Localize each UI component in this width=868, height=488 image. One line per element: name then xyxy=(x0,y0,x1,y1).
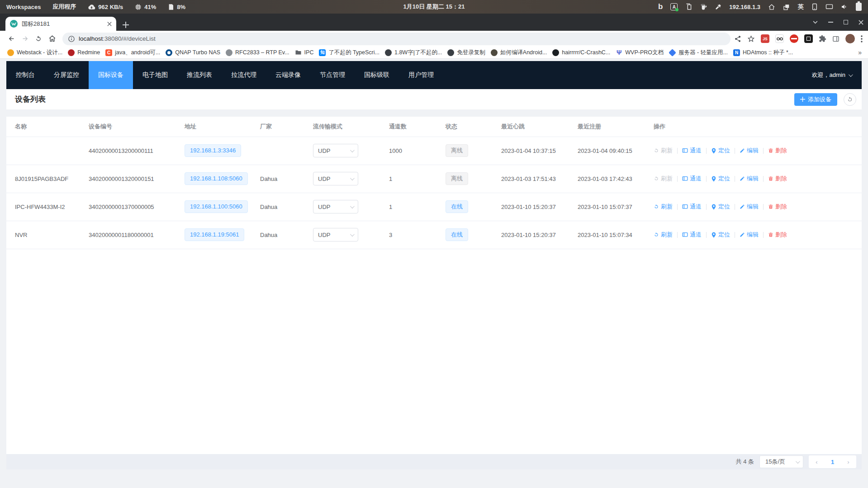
stream-mode-select[interactable]: UDP xyxy=(313,228,358,242)
device-table: 名称 设备编号 地址 厂家 流传输模式 通道数 状态 最近心跳 最近注册 操作 … xyxy=(6,117,862,249)
profile-avatar[interactable] xyxy=(845,34,855,43)
home-button[interactable] xyxy=(45,33,59,45)
bookmark-item[interactable]: RFC2833 – RTP Ev... xyxy=(223,49,292,56)
nav-item-gb-devices[interactable]: 国标设备 xyxy=(89,61,133,89)
nav-item-split-monitor[interactable]: 分屏监控 xyxy=(44,61,89,89)
bookmark-item[interactable]: IPC xyxy=(292,49,317,56)
bookmark-item[interactable]: 免登录复制 xyxy=(445,49,488,57)
col-registered: 最近注册 xyxy=(572,117,648,137)
refresh-action[interactable]: 刷新 xyxy=(654,203,673,211)
browser-menu-icon[interactable] xyxy=(861,35,863,43)
applications-button[interactable]: 应用程序 xyxy=(52,3,76,11)
add-device-button[interactable]: 添加设备 xyxy=(794,93,837,106)
bookmark-item[interactable]: Webstack - 设计... xyxy=(5,49,65,57)
user-menu[interactable]: 欢迎，admin xyxy=(812,71,862,79)
clock[interactable]: 1月10日 星期二 15：21 xyxy=(403,3,465,11)
edit-action[interactable]: 编辑 xyxy=(740,147,759,155)
bookmark-item[interactable]: 如何编译Android... xyxy=(488,49,550,57)
refresh-action[interactable]: 刷新 xyxy=(654,231,673,239)
cell-name xyxy=(6,137,83,165)
delete-action[interactable]: 删除 xyxy=(768,231,787,239)
forward-button[interactable] xyxy=(18,33,32,45)
adblock-extension-icon[interactable] xyxy=(790,34,798,43)
new-tab-button[interactable] xyxy=(123,22,129,28)
window-switcher-tray-icon[interactable] xyxy=(783,4,790,10)
edit-action[interactable]: 编辑 xyxy=(740,175,759,183)
window-minimize-button[interactable] xyxy=(828,22,833,23)
ip-address-indicator[interactable]: 192.168.1.3 xyxy=(729,4,760,10)
delete-action[interactable]: 删除 xyxy=(768,175,787,183)
edit-action[interactable]: 编辑 xyxy=(740,203,759,211)
window-restore-button[interactable] xyxy=(844,20,848,24)
nav-item-e-map[interactable]: 电子地图 xyxy=(133,61,177,89)
cell-heartbeat: 2023-01-10 15:20:37 xyxy=(495,193,572,221)
delete-action[interactable]: 删除 xyxy=(768,203,787,211)
channels-action[interactable]: 通道 xyxy=(682,231,702,239)
volume-tray-icon[interactable] xyxy=(841,4,848,10)
prev-page-button[interactable]: ‹ xyxy=(809,459,825,465)
channels-action[interactable]: 通道 xyxy=(682,175,702,183)
screen-rotate-tray-icon[interactable] xyxy=(811,3,818,10)
back-button[interactable] xyxy=(5,33,18,45)
color-picker-tray-icon[interactable] xyxy=(715,4,721,10)
current-page-button[interactable]: 1 xyxy=(825,459,840,465)
bookmark-item[interactable]: NHDAtmos :: 种子 *... xyxy=(730,49,796,57)
edit-action[interactable]: 编辑 xyxy=(740,231,759,239)
translate-tray-icon[interactable]: A xyxy=(670,3,678,10)
extensions-puzzle-icon[interactable] xyxy=(819,35,826,43)
glasses-extension-icon[interactable] xyxy=(775,34,784,43)
chevron-down-icon xyxy=(350,176,355,180)
cup-tray-icon[interactable] xyxy=(700,4,707,10)
tab-close-icon[interactable] xyxy=(107,22,112,26)
nav-item-pull-proxy[interactable]: 拉流代理 xyxy=(222,61,266,89)
bookmarks-overflow-button[interactable]: » xyxy=(856,49,863,56)
display-tray-icon[interactable] xyxy=(825,4,833,10)
stream-mode-select[interactable]: UDP xyxy=(313,200,358,213)
bookmark-item[interactable]: Cjava、android可... xyxy=(103,49,163,57)
bing-tray-icon[interactable]: b xyxy=(658,2,663,11)
locate-action[interactable]: 定位 xyxy=(711,231,730,239)
bookmark-item[interactable]: QNAP Turbo NAS xyxy=(163,49,223,56)
bookmark-star-icon[interactable] xyxy=(747,35,755,43)
js-extension-icon[interactable]: JS xyxy=(761,34,769,43)
delete-action[interactable]: 删除 xyxy=(768,147,787,155)
bookmark-item[interactable]: hairrrrr/C-CrashC... xyxy=(550,49,613,56)
channels-action[interactable]: 通道 xyxy=(682,147,702,155)
locate-action[interactable]: 定位 xyxy=(711,175,730,183)
window-close-button[interactable] xyxy=(859,20,863,25)
bookmark-item[interactable]: 1.8W字|了不起的... xyxy=(382,49,445,57)
address-bar[interactable]: localhost:38080/#/deviceList xyxy=(62,33,730,45)
input-method-indicator[interactable]: 英 xyxy=(798,3,804,11)
bookmark-item[interactable]: 知了不起的 TypeScri... xyxy=(316,49,382,57)
site-info-icon[interactable] xyxy=(68,36,75,42)
bookmark-item[interactable]: ΨWVP-PRO文档 xyxy=(613,49,666,57)
reload-button[interactable] xyxy=(32,33,45,45)
tab-search-chevron-icon[interactable] xyxy=(813,21,818,24)
nav-item-gb-cascade[interactable]: 国标级联 xyxy=(355,61,399,89)
nav-item-console[interactable]: 控制台 xyxy=(6,61,44,89)
stream-mode-select[interactable]: UDP xyxy=(313,144,358,157)
share-icon[interactable] xyxy=(734,35,741,43)
battery-indicator[interactable] xyxy=(856,3,862,11)
nav-item-node-manage[interactable]: 节点管理 xyxy=(310,61,355,89)
browser-tab[interactable]: 国标28181 xyxy=(5,17,116,31)
home-tray-icon[interactable] xyxy=(768,4,775,10)
nav-item-push-streams[interactable]: 推流列表 xyxy=(177,61,222,89)
dark-reader-extension-icon[interactable] xyxy=(804,34,813,43)
workspaces-button[interactable]: Workspaces xyxy=(6,4,41,10)
page-size-select[interactable]: 15条/页 xyxy=(759,455,803,468)
side-panel-icon[interactable] xyxy=(832,35,840,43)
cell-registered: 2023-01-10 15:07:34 xyxy=(572,221,648,249)
nav-item-user-manage[interactable]: 用户管理 xyxy=(399,61,443,89)
bookmark-item[interactable]: Redmine xyxy=(65,49,103,56)
stream-mode-select[interactable]: UDP xyxy=(313,172,358,185)
locate-action[interactable]: 定位 xyxy=(711,203,730,211)
channels-action[interactable]: 通道 xyxy=(682,203,702,211)
refresh-list-button[interactable] xyxy=(844,93,856,106)
bookmark-item[interactable]: 服务器 - 轻量应用... xyxy=(666,49,730,57)
nav-item-cloud-record[interactable]: 云端录像 xyxy=(266,61,310,89)
next-page-button[interactable]: › xyxy=(840,459,856,465)
locate-action[interactable]: 定位 xyxy=(711,147,730,155)
clipboard-tray-icon[interactable] xyxy=(685,3,692,10)
hdatmos-icon: N xyxy=(733,49,740,56)
